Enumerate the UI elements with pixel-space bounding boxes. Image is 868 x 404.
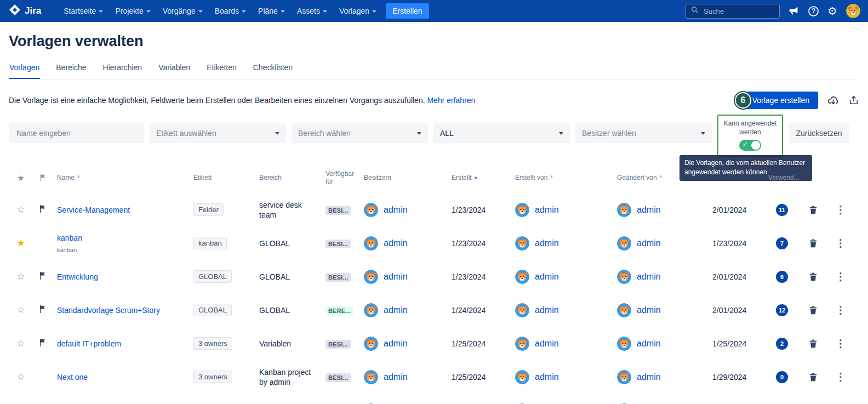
changed-by-link[interactable]: admin: [637, 372, 661, 382]
topbar-menu-item[interactable]: Vorgänge: [157, 0, 209, 22]
topbar-menu-item[interactable]: Vorlagen: [333, 0, 382, 22]
created-by-link[interactable]: admin: [535, 339, 559, 349]
star-icon[interactable]: [16, 272, 25, 281]
changed-by-link[interactable]: admin: [637, 305, 661, 315]
trash-icon[interactable]: [808, 205, 818, 215]
trash-icon[interactable]: [808, 272, 818, 282]
created-by-link[interactable]: admin: [535, 372, 559, 382]
tab-bar: VorlagenBereicheHierarchienVariablenEtik…: [9, 63, 859, 79]
owner-filter-select[interactable]: Besitzer wählen: [575, 123, 712, 143]
can-apply-toggle[interactable]: [739, 140, 761, 151]
kebab-menu-icon[interactable]: [836, 238, 846, 248]
kebab-menu-icon[interactable]: [836, 338, 846, 349]
changed-by-link[interactable]: admin: [637, 339, 661, 349]
reset-button[interactable]: Zurücksetzen: [789, 123, 849, 143]
kebab-menu-icon[interactable]: [836, 305, 846, 315]
topbar-menu-item[interactable]: Startseite: [58, 0, 109, 22]
help-icon[interactable]: [808, 6, 819, 16]
tab-vorlagen[interactable]: Vorlagen: [9, 63, 40, 79]
topbar-menu-item[interactable]: Pläne: [252, 0, 291, 22]
star-icon[interactable]: [16, 339, 25, 348]
create-template-button[interactable]: 6 Vorlage erstellen: [744, 92, 818, 109]
owner-cell: admin: [357, 203, 444, 217]
topbar-menu-item[interactable]: Boards: [209, 0, 252, 22]
header-name[interactable]: Name: [53, 174, 189, 181]
changed-by-link[interactable]: admin: [637, 205, 661, 215]
learn-more-link[interactable]: Mehr erfahren: [427, 96, 475, 105]
tab-hierarchien[interactable]: Hierarchien: [102, 63, 143, 79]
template-name-link[interactable]: kanban: [57, 234, 82, 242]
template-name-link[interactable]: default IT+problem: [57, 339, 121, 348]
megaphone-icon[interactable]: [789, 5, 800, 16]
search-input[interactable]: [703, 7, 768, 16]
tab-variablen[interactable]: Variablen: [158, 63, 191, 79]
user-profile-avatar[interactable]: [846, 4, 860, 18]
template-name-cell: Service-Management: [53, 205, 189, 215]
share-export-icon[interactable]: [848, 95, 859, 106]
owner-link[interactable]: admin: [384, 205, 408, 215]
flag-icon[interactable]: [39, 338, 47, 349]
more-cell: [831, 271, 850, 282]
tab-bereiche[interactable]: Bereiche: [55, 63, 87, 79]
trash-icon[interactable]: [808, 238, 818, 248]
flag-icon[interactable]: [39, 305, 47, 316]
owner-link[interactable]: admin: [384, 272, 408, 282]
changed-by-link[interactable]: admin: [637, 272, 661, 282]
star-icon[interactable]: [16, 205, 25, 214]
create-button[interactable]: Erstellen: [386, 3, 429, 19]
changed-by-avatar: [617, 270, 631, 284]
availability-cell: BESI...: [322, 205, 357, 215]
trash-icon[interactable]: [808, 339, 818, 349]
changed-by-link[interactable]: admin: [637, 238, 661, 248]
star-icon[interactable]: [16, 305, 25, 315]
kebab-menu-icon[interactable]: [836, 372, 846, 382]
chevron-down-icon: [281, 10, 285, 13]
topbar-menu-item[interactable]: Assets: [291, 0, 333, 22]
template-name-link[interactable]: Standardvorlage Scrum+Story: [57, 306, 160, 315]
created-by-link[interactable]: admin: [535, 238, 559, 248]
star-icon[interactable]: [16, 372, 25, 382]
owner-link[interactable]: admin: [384, 238, 408, 248]
created-by-link[interactable]: admin: [535, 305, 559, 315]
created-by-link[interactable]: admin: [535, 272, 559, 282]
label-chip: 3 owners: [193, 337, 232, 350]
template-name-link[interactable]: Service-Management: [57, 206, 130, 214]
owner-link[interactable]: admin: [384, 372, 408, 382]
label-cell: GLOBAL: [189, 304, 255, 316]
created-by-link[interactable]: admin: [535, 205, 559, 215]
delete-cell: [796, 372, 831, 382]
global-search[interactable]: [686, 4, 780, 19]
scope-filter-select[interactable]: Bereich wählen: [292, 123, 428, 143]
header-created[interactable]: Erstellt: [444, 174, 509, 181]
jira-logo[interactable]: Jira: [9, 4, 41, 19]
tab-etiketten[interactable]: Etiketten: [206, 63, 237, 79]
owner-cell: admin: [357, 370, 444, 384]
kebab-menu-icon[interactable]: [836, 271, 846, 282]
kebab-menu-icon[interactable]: [836, 204, 846, 215]
table-body: Service-Management Felder service desk t…: [9, 193, 859, 404]
star-icon[interactable]: [16, 238, 25, 248]
label-filter-select[interactable]: Etikett auswählen: [150, 123, 286, 143]
trash-icon[interactable]: [808, 372, 818, 382]
flag-icon[interactable]: [39, 204, 47, 215]
trash-icon[interactable]: [808, 305, 818, 315]
table-row: Alle Variablen 3 owners Variablen BERE..…: [9, 394, 859, 404]
gear-icon[interactable]: [827, 5, 837, 16]
owner-cell: admin: [357, 303, 444, 317]
owner-link[interactable]: admin: [384, 339, 408, 349]
created-by-avatar: [515, 370, 529, 384]
topbar-right: [686, 4, 860, 19]
template-name-link[interactable]: Entwicklung: [57, 272, 98, 281]
all-filter-select[interactable]: ALL: [433, 123, 570, 143]
topbar-menu-item[interactable]: Projekte: [109, 0, 156, 22]
flag-icon[interactable]: [39, 271, 47, 282]
tab-checklisten[interactable]: Checklisten: [253, 63, 293, 79]
header-created-by[interactable]: Erstellt von: [509, 174, 613, 181]
changed-date: 1/23/2024: [707, 239, 764, 248]
cloud-download-icon[interactable]: [827, 94, 840, 107]
scope-cell: GLOBAL: [255, 272, 322, 282]
owner-link[interactable]: admin: [384, 305, 408, 315]
template-name-link[interactable]: Next one: [57, 373, 88, 382]
name-filter-input[interactable]: [15, 128, 138, 138]
created-date: 1/25/2024: [444, 373, 509, 382]
